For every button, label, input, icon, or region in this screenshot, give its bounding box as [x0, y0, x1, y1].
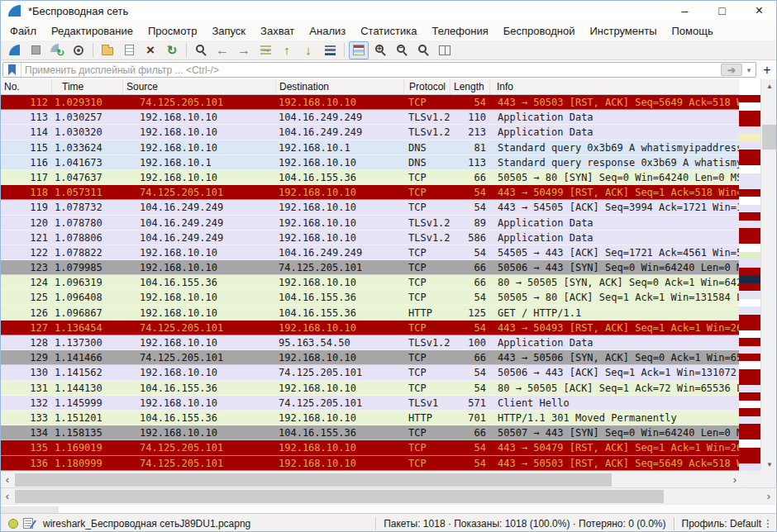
profile-label[interactable]: Профиль: Default — [682, 518, 762, 530]
splitter-handle[interactable] — [1, 506, 59, 513]
menu-item-statistics[interactable]: Статистика — [353, 22, 424, 40]
packet-row[interactable]: 118 1.057311 74.125.205.101 192.168.10.1… — [1, 185, 739, 200]
column-header-destination[interactable]: Destination — [276, 79, 404, 94]
column-header-source[interactable]: Source — [123, 79, 276, 94]
packet-row[interactable]: 129 1.141466 74.125.205.101 192.168.10.1… — [1, 350, 739, 365]
goto-packet-button[interactable] — [255, 41, 275, 59]
resize-grip[interactable] — [766, 519, 775, 529]
packet-row[interactable]: 117 1.047637 192.168.10.10 104.16.155.36… — [1, 170, 739, 185]
filter-bookmark-button[interactable] — [3, 63, 21, 77]
find-packet-button[interactable] — [191, 41, 211, 59]
menu-item-file[interactable]: Файл — [2, 22, 44, 40]
column-header-info[interactable]: Info — [490, 79, 739, 94]
menu-item-help[interactable]: Помощь — [665, 22, 721, 40]
minimap-stripe — [739, 189, 760, 197]
resize-columns-button[interactable] — [435, 41, 455, 59]
packet-row[interactable]: 122 1.078822 192.168.10.10 104.16.249.24… — [1, 245, 739, 260]
zoom-normal-button[interactable] — [413, 41, 433, 59]
save-file-button[interactable] — [119, 41, 139, 59]
packet-row[interactable]: 133 1.151201 104.16.155.36 192.168.10.10… — [1, 411, 739, 425]
reload-file-button[interactable] — [162, 41, 182, 59]
maximize-button[interactable]: □ — [703, 1, 741, 21]
main-toolbar — [1, 40, 777, 60]
start-capture-button[interactable] — [4, 41, 24, 59]
minimap-stripe — [739, 173, 760, 181]
menu-item-go[interactable]: Запуск — [204, 22, 253, 40]
minimize-button[interactable]: – — [666, 1, 703, 21]
column-header-no[interactable]: No. — [1, 79, 52, 94]
packet-minimap[interactable] — [739, 95, 760, 471]
minimap-stripe — [739, 205, 760, 212]
zoom-in-button[interactable] — [370, 41, 390, 59]
previous-packet-button[interactable] — [212, 41, 232, 59]
packet-row[interactable]: 125 1.096408 192.168.10.10 104.16.155.36… — [1, 290, 739, 305]
menu-item-analyze[interactable]: Анализ — [302, 22, 353, 40]
stop-capture-button[interactable] — [26, 41, 45, 59]
scroll-left-icon[interactable]: ‹ — [1, 488, 14, 504]
menu-item-tools[interactable]: Инструменты — [582, 22, 664, 40]
packet-list-hscrollbar[interactable]: ‹ › — [1, 471, 741, 487]
expert-info-icon[interactable] — [8, 519, 18, 529]
hscrollbar-thumb[interactable] — [15, 473, 612, 487]
pane-splitter[interactable] — [1, 504, 777, 513]
add-filter-button[interactable]: + — [759, 62, 775, 78]
packet-row[interactable]: 135 1.169019 74.125.205.101 192.168.10.1… — [1, 440, 739, 455]
start-capture-icon — [6, 42, 22, 59]
packet-row[interactable]: 127 1.136454 74.125.205.101 192.168.10.1… — [1, 321, 739, 335]
capture-comment-icon[interactable] — [23, 518, 33, 529]
packet-row[interactable]: 112 1.029310 74.125.205.101 192.168.10.1… — [1, 95, 739, 110]
first-packet-button[interactable] — [277, 41, 297, 59]
menu-item-capture[interactable]: Захват — [253, 22, 302, 40]
display-filter-input[interactable] — [21, 63, 721, 77]
minimap-stripe — [739, 283, 760, 291]
packet-row[interactable]: 119 1.078732 104.16.249.249 192.168.10.1… — [1, 200, 739, 215]
packet-row[interactable]: 120 1.078780 104.16.249.249 192.168.10.1… — [1, 216, 739, 230]
zoom-out-button[interactable] — [392, 41, 412, 59]
packet-row[interactable]: 113 1.030257 192.168.10.10 104.16.249.24… — [1, 110, 739, 125]
open-file-button[interactable] — [98, 41, 117, 59]
packet-row[interactable]: 128 1.137300 192.168.10.10 95.163.54.50 … — [1, 335, 739, 350]
menu-item-telephony[interactable]: Телефония — [424, 22, 495, 40]
packet-row[interactable]: 126 1.096867 192.168.10.10 104.16.155.36… — [1, 306, 739, 321]
packet-row[interactable]: 115 1.033624 192.168.10.10 192.168.10.1 … — [1, 140, 739, 155]
packet-row[interactable]: 131 1.144130 104.16.155.36 192.168.10.10… — [1, 381, 739, 396]
column-header-time[interactable]: Time — [52, 79, 123, 94]
packet-row[interactable]: 123 1.079985 192.168.10.10 74.125.205.10… — [1, 260, 739, 275]
auto-scroll-button[interactable] — [320, 41, 340, 59]
filter-dropdown-caret[interactable]: ▾ — [744, 66, 754, 74]
packet-row[interactable]: 121 1.078806 104.16.249.249 192.168.10.1… — [1, 230, 739, 245]
capture-options-button[interactable] — [69, 41, 88, 59]
restart-capture-icon — [49, 42, 65, 59]
colorize-packets-button[interactable] — [349, 41, 369, 59]
packet-row[interactable]: 114 1.030320 192.168.10.10 104.16.249.24… — [1, 125, 739, 140]
last-packet-button[interactable] — [298, 41, 318, 59]
column-header-protocol[interactable]: Protocol — [404, 79, 450, 94]
apply-filter-button[interactable]: ➔ — [721, 64, 742, 76]
next-packet-button[interactable] — [234, 41, 254, 59]
packet-row[interactable]: 132 1.145999 192.168.10.10 74.125.205.10… — [1, 396, 739, 411]
scroll-right-icon[interactable]: › — [762, 488, 775, 504]
hscrollbar-thumb[interactable] — [15, 490, 664, 503]
minimap-stripe — [739, 416, 760, 424]
packet-row[interactable]: 134 1.158135 192.168.10.10 104.16.155.36… — [1, 425, 739, 440]
vertical-scrollbar[interactable]: ▲ ▼ — [760, 79, 777, 471]
open-file-icon — [99, 42, 116, 59]
close-button[interactable]: × — [741, 1, 777, 21]
packet-row[interactable]: 116 1.041673 192.168.10.1 192.168.10.10 … — [1, 155, 739, 170]
scroll-left-icon[interactable]: ‹ — [1, 472, 14, 487]
menu-item-view[interactable]: Просмотр — [141, 22, 204, 40]
packet-row[interactable]: 136 1.180999 74.125.205.101 192.168.10.1… — [1, 456, 739, 471]
scroll-up-icon[interactable]: ▲ — [761, 79, 777, 93]
minimap-stripe — [739, 181, 760, 188]
menu-item-edit[interactable]: Редактирование — [44, 22, 141, 40]
lower-hscrollbar[interactable]: ‹ › — [1, 487, 775, 504]
scroll-down-icon[interactable]: ▼ — [761, 458, 777, 471]
close-file-button[interactable] — [141, 41, 160, 59]
packet-row[interactable]: 130 1.141562 192.168.10.10 74.125.205.10… — [1, 365, 739, 380]
scroll-right-icon[interactable]: › — [728, 472, 741, 487]
packet-row[interactable]: 124 1.096319 104.16.155.36 192.168.10.10… — [1, 275, 739, 290]
column-header-length[interactable]: Length — [450, 79, 490, 94]
menu-item-wireless[interactable]: Беспроводной — [496, 22, 583, 40]
vertical-scrollbar-thumb[interactable] — [762, 125, 777, 150]
restart-capture-button[interactable] — [47, 41, 67, 59]
